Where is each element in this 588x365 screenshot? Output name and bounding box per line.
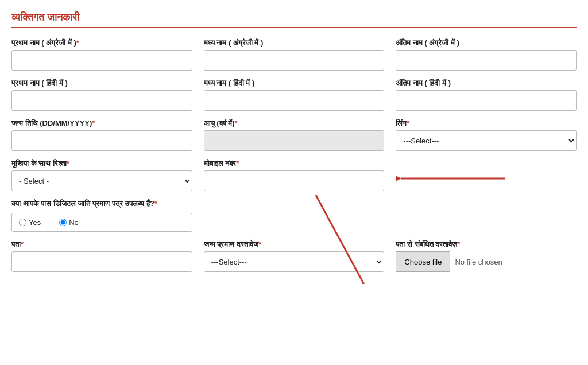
empty-col-2: [396, 199, 577, 232]
middle-name-hi-group: मध्य नाम ( हिंदी में ): [204, 79, 385, 111]
relation-label: मुखिया के साथ रिश्ता*: [11, 159, 192, 168]
birth-doc-select[interactable]: ---Select---: [204, 251, 385, 272]
last-name-hi-input[interactable]: [396, 90, 577, 111]
digital-caste-label: क्या आपके पास डिजिटल जाति प्रमाण पत्र उप…: [11, 199, 192, 208]
digital-caste-group: क्या आपके पास डिजिटल जाति प्रमाण पत्र उप…: [11, 199, 192, 232]
address-group: पता*: [11, 240, 192, 272]
last-name-en-group: अंतिम नाम ( अंग्रेजी में ): [396, 38, 577, 71]
age-input[interactable]: [204, 130, 385, 151]
middle-name-en-group: मध्य नाम ( अंग्रेजी में ): [204, 38, 385, 71]
first-name-en-group: प्रथम नाम ( अंग्रेजी में )*: [11, 38, 192, 71]
birth-doc-label: जन्म प्रमाण दस्तावेज*: [204, 240, 385, 249]
birth-doc-group: जन्म प्रमाण दस्तावेज* ---Select---: [204, 240, 385, 272]
no-file-text: No file chosen: [450, 258, 502, 266]
gender-group: लिंग* ---Select--- Male Female Other: [396, 119, 577, 151]
mobile-label: मोबाइल नंबर*: [204, 159, 385, 168]
arrow-col: [396, 159, 577, 191]
yes-radio-label[interactable]: Yes: [19, 218, 41, 227]
last-name-en-label: अंतिम नाम ( अंग्रेजी में ): [396, 38, 577, 48]
address-input[interactable]: [11, 251, 192, 272]
file-input-group: Choose file No file chosen: [396, 251, 577, 272]
address-label: पता*: [11, 240, 192, 249]
last-name-en-input[interactable]: [396, 50, 577, 71]
relation-group: मुखिया के साथ रिश्ता* - Select - Self So…: [11, 159, 192, 191]
address-doc-label: पता से संबंधित दस्तावेज़*: [396, 240, 577, 249]
dob-input[interactable]: [11, 130, 192, 151]
first-name-hi-group: प्रथम नाम ( हिंदी में ): [11, 79, 192, 111]
section-title: व्यक्तिगत जानकारी: [11, 11, 577, 28]
middle-name-en-input[interactable]: [204, 50, 385, 71]
first-name-en-label: प्रथम नाम ( अंग्रेजी में )*: [11, 38, 192, 48]
dob-group: जन्म तिथि (DD/MM/YYYY)*: [11, 119, 192, 151]
first-name-hi-input[interactable]: [11, 90, 192, 111]
empty-col-1: [204, 199, 385, 232]
relation-select[interactable]: - Select - Self Son Daughter Wife: [11, 170, 192, 191]
no-radio-label[interactable]: No: [59, 218, 79, 227]
gender-select[interactable]: ---Select--- Male Female Other: [396, 130, 577, 151]
middle-name-hi-label: मध्य नाम ( हिंदी में ): [204, 79, 385, 88]
last-name-hi-group: अंतिम नाम ( हिंदी में ): [396, 79, 577, 111]
middle-name-en-label: मध्य नाम ( अंग्रेजी में ): [204, 38, 385, 48]
address-doc-group: पता से संबंधित दस्तावेज़* Choose file No…: [396, 240, 577, 272]
form-grid: प्रथम नाम ( अंग्रेजी में )* मध्य नाम ( अ…: [11, 38, 577, 272]
dob-label: जन्म तिथि (DD/MM/YYYY)*: [11, 119, 192, 128]
horizontal-arrow-icon: [396, 168, 510, 189]
personal-info-form: व्यक्तिगत जानकारी प्रथम नाम ( अंग्रेजी म…: [11, 11, 577, 272]
age-group: आयु (वर्ष में)*: [204, 119, 385, 151]
mobile-input[interactable]: [204, 170, 385, 191]
choose-file-button[interactable]: Choose file: [396, 251, 450, 272]
last-name-hi-label: अंतिम नाम ( हिंदी में ): [396, 79, 577, 88]
first-name-hi-label: प्रथम नाम ( हिंदी में ): [11, 79, 192, 88]
mobile-group: मोबाइल नंबर*: [204, 159, 385, 191]
digital-caste-radio-group: Yes No: [11, 213, 192, 232]
gender-label: लिंग*: [396, 119, 577, 128]
middle-name-hi-input[interactable]: [204, 90, 385, 111]
age-label: आयु (वर्ष में)*: [204, 119, 385, 128]
first-name-en-input[interactable]: [11, 50, 192, 71]
no-radio[interactable]: [59, 219, 67, 226]
yes-radio[interactable]: [19, 219, 26, 226]
